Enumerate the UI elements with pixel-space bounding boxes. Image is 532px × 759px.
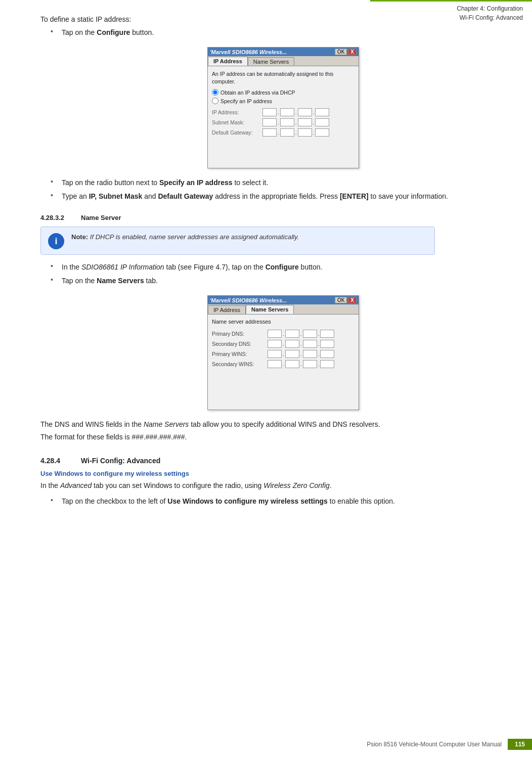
- dialog2-secondarydns-input: . . .: [268, 340, 334, 348]
- dialog2-primarydns-octet3[interactable]: [303, 330, 317, 338]
- dialog1-ip-octet3[interactable]: [298, 108, 312, 116]
- dialog2-tabs: IP Address Name Servers: [208, 304, 359, 315]
- advanced-desc-1b: Advanced: [60, 481, 92, 489]
- dialog1-subnet-row: Subnet Mask: . . .: [212, 118, 354, 126]
- dialog1-gateway-octet1[interactable]: [262, 128, 277, 137]
- dialog2-buttons: OK X: [335, 297, 357, 303]
- dialog2-ok-button[interactable]: OK: [335, 297, 347, 303]
- dialog1-radio1-dhcp[interactable]: [212, 89, 218, 96]
- dialog2-primarywins-octet4[interactable]: [320, 350, 334, 358]
- bullet-text-3b: IP, Subnet Mask: [89, 192, 143, 200]
- dialog1-ip-octet1[interactable]: [262, 108, 277, 116]
- dns-desc-1b: Name Servers: [144, 420, 189, 428]
- dialog1-subnet-octet3[interactable]: [298, 118, 312, 126]
- dialog1-ip-row: IP Address: . . .: [212, 108, 354, 116]
- sub-heading-use-windows: Use Windows to configure my wireless set…: [40, 470, 496, 477]
- section-428-title: Wi-Fi Config: Advanced: [81, 457, 160, 465]
- dialog2-primarywins-row: Primary WINS: . . .: [212, 350, 354, 358]
- bullet-dot-3: •: [51, 191, 59, 202]
- dialog1-subnet-octet2[interactable]: [280, 118, 294, 126]
- dialog2-tab-ip[interactable]: IP Address: [208, 305, 246, 314]
- note-box: i Note: If DHCP is enabled, name server …: [40, 227, 435, 255]
- dialog2-tab-nameservers[interactable]: Name Servers: [246, 305, 294, 314]
- bullet-dot-5: •: [51, 276, 59, 286]
- bullet-text-4: In the SDIO86861 IP Information tab (see…: [62, 262, 496, 273]
- dns-desc-line1: The DNS and WINS fields in the Name Serv…: [40, 419, 435, 430]
- dialog2-primarywins-octet1[interactable]: [268, 350, 282, 358]
- note-label: Note:: [71, 233, 88, 241]
- dialog2-secondarywins-octet4[interactable]: [320, 360, 334, 368]
- footer-page-number: 115: [508, 739, 532, 750]
- bullet-tap-checkbox: • Tap on the checkbox to the left of Use…: [51, 496, 496, 507]
- bullet-text-3e: address in the appropriate fields. Press: [213, 192, 340, 200]
- dialog2-primarywins-octet2[interactable]: [285, 350, 299, 358]
- section-title: Wi-Fi Config: Advanced: [370, 13, 523, 22]
- dialog2-secondarydns-octet3[interactable]: [303, 340, 317, 348]
- bullet-text-5: Tap on the Name Servers tab.: [62, 276, 496, 286]
- section-name-server-heading: 4.28.3.2 Name Server: [40, 214, 496, 221]
- dialog1-body: An IP address can be automatically assig…: [208, 66, 359, 168]
- dialog2-primarydns-octet1[interactable]: [268, 330, 282, 338]
- bullet-dot-2: •: [51, 177, 59, 188]
- dns-desc-1a: The DNS and WINS fields in the: [40, 420, 144, 428]
- bullet-text-4a: In the: [62, 263, 81, 271]
- dialog2-primarydns-row: Primary DNS: . . .: [212, 330, 354, 338]
- footer-manual-title: Psion 8516 Vehicle-Mount Computer User M…: [367, 741, 502, 748]
- dialog2-secondarydns-octet4[interactable]: [320, 340, 334, 348]
- dialog1-subnet-octet4[interactable]: [315, 118, 329, 126]
- bullet-dot-1: •: [51, 27, 59, 38]
- bullet-tap-nameservers: • Tap on the Name Servers tab.: [51, 276, 496, 286]
- bullet-text-2a: Tap on the radio button next to: [62, 178, 159, 187]
- dialog1-ip-octet4[interactable]: [315, 108, 329, 116]
- dialog1-gateway-octet2[interactable]: [280, 128, 294, 137]
- dialog1-container: 'Marvell SDIO8686 Wireless... OK X IP Ad…: [71, 47, 496, 168]
- dialog2-primarywins-octet3[interactable]: [303, 350, 317, 358]
- dialog1-subnet-label: Subnet Mask:: [212, 119, 262, 125]
- dialog2-primarywins-input: . . .: [268, 350, 334, 358]
- dialog1-ok-button[interactable]: OK: [335, 49, 347, 55]
- dialog1-radio1-label: Obtain an IP address via DHCP: [220, 90, 295, 96]
- section-name-server-title: Name Server: [81, 214, 121, 221]
- main-content: To define a static IP address: • Tap on …: [40, 15, 496, 507]
- dialog1-ip-octet2[interactable]: [280, 108, 294, 116]
- dialog2-secondarydns-octet1[interactable]: [268, 340, 282, 348]
- bullet-text-2: Tap on the radio button next to Specify …: [62, 177, 496, 188]
- dialog2-close-button[interactable]: X: [348, 297, 357, 303]
- dialog1-gateway-octet3[interactable]: [298, 128, 312, 137]
- advanced-desc-1a: In the: [40, 481, 60, 489]
- advanced-desc-1c: tab you can set Windows to configure the…: [92, 481, 263, 489]
- dialog2-secondarywins-octet1[interactable]: [268, 360, 282, 368]
- bullet-text-1c: button.: [130, 28, 154, 36]
- dialog1-subnet-input-group: . . .: [262, 118, 329, 126]
- dialog1-radio2-label: Specify an IP address: [220, 98, 272, 104]
- dialog1-subnet-octet1[interactable]: [262, 118, 277, 126]
- dialog1-gateway-octet4[interactable]: [315, 128, 329, 137]
- bullet-text-1b: Configure: [97, 28, 130, 36]
- info-icon: i: [48, 233, 64, 249]
- dialog2-section-label: Name server addresses: [212, 319, 354, 325]
- dialog1-close-button[interactable]: X: [348, 49, 357, 55]
- bullet-text-6a: Tap on the checkbox to the left of: [62, 497, 167, 505]
- dialog1-tab-nameservers[interactable]: Name Servers: [248, 57, 294, 66]
- dialog2-secondarydns-octet2[interactable]: [285, 340, 299, 348]
- bullet-text-6b: Use Windows to configure my wireless set…: [167, 497, 328, 505]
- advanced-desc-1d: Wireless Zero Config: [263, 481, 330, 489]
- bullet-text-4b: SDIO86861 IP Information: [81, 263, 164, 271]
- bullet-text-3a: Type an: [62, 192, 89, 200]
- dialog1-gateway-row: Default Gateway: . . .: [212, 128, 354, 137]
- dialog2-secondarywins-octet2[interactable]: [285, 360, 299, 368]
- dialog2-titlebar: 'Marvell SDIO8686 Wireless... OK X: [208, 296, 359, 304]
- dialog2-secondarydns-label: Secondary DNS:: [212, 341, 268, 347]
- dns-desc-line2: The format for these fields is ###.###.#…: [40, 432, 496, 442]
- bullet-text-6c: to enable this option.: [328, 497, 395, 505]
- dialog2-primarydns-octet4[interactable]: [320, 330, 334, 338]
- dialog1-tab-ip[interactable]: IP Address: [208, 57, 248, 66]
- bullet-text-3f: [ENTER]: [340, 192, 369, 200]
- dialog1-radio2-specify[interactable]: [212, 98, 218, 104]
- dialog1-ip-label: IP Address:: [212, 109, 262, 115]
- dialog2-secondarywins-octet3[interactable]: [303, 360, 317, 368]
- note-content: If DHCP is enabled, name server addresse…: [88, 233, 299, 241]
- dialog2-primarydns-octet2[interactable]: [285, 330, 299, 338]
- bullet-text-4d: Configure: [265, 263, 299, 271]
- bullet-in-tab: • In the SDIO86861 IP Information tab (s…: [51, 262, 496, 273]
